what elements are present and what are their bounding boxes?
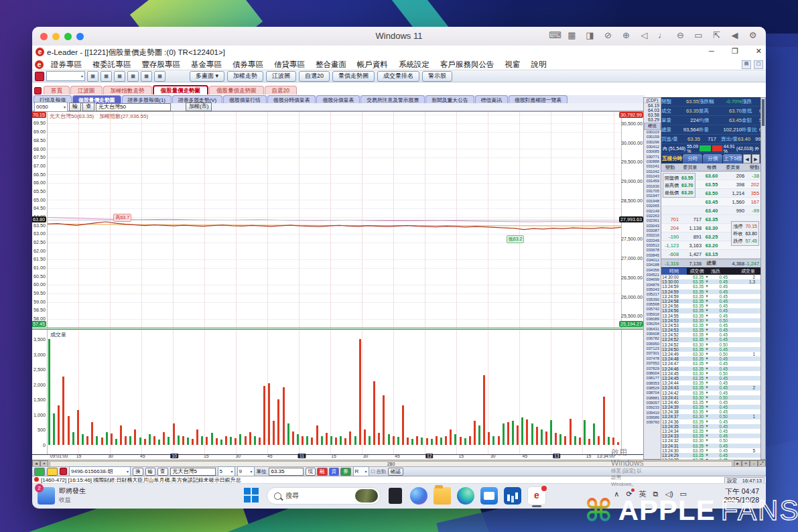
ts-row[interactable]: 13:24:5563.35▼0.45 [661,314,760,318]
quote-tab-1[interactable]: 分時 [683,154,702,163]
ts-row[interactable]: 13:24:3863.35▼0.45 [661,409,760,414]
menu-0[interactable]: 證券專區 [46,60,86,70]
ts-row[interactable]: 13:24:4163.30▼0.50 [661,395,760,400]
settings-icon[interactable]: ⚙ [748,30,758,40]
tab-list-icon[interactable] [34,87,42,94]
menu-9[interactable]: 客戶服務與公告 [436,60,499,70]
menu-10[interactable]: 視窗 [501,60,525,70]
wheel-button[interactable]: 輪 [69,103,81,111]
ts-row[interactable]: 13:24:5063.35▼0.45 [661,347,760,352]
ts-row[interactable]: 13:24:5963.35▼0.45 [661,284,760,289]
menu-6[interactable]: 整合畫面 [311,60,351,70]
tab2-2[interactable]: 證券多股報價(1) [122,95,172,103]
stock-name-field[interactable]: 元大台灣50 [96,103,171,111]
toolbar-button-6[interactable]: 警示股 [422,71,452,82]
tab1-2[interactable]: 加權指數走勢 [103,86,152,94]
microphone-icon[interactable]: ♩ [657,30,667,40]
layout-icon[interactable]: ▤ [742,60,751,69]
panel-scrollbar[interactable] [760,97,766,460]
ts-row[interactable]: 13:24:5663.35▼0.45 [661,308,760,313]
record-icon[interactable] [35,72,44,81]
order-price-field[interactable]: 63.35 [269,468,304,476]
ts-row[interactable]: 13:24:5663.35▼0.45 [661,304,760,308]
keyboard-icon[interactable]: ⌨ [549,30,559,40]
tab2-4[interactable]: 個股價量行情 [223,95,267,103]
ts-row[interactable]: 13:24:5363.30▼0.50 [661,318,760,323]
disk-icon[interactable]: ⊖ [675,30,685,40]
ts-row[interactable]: 14:30:0063.35▼0.452 [661,275,760,279]
back-icon[interactable]: ◀ [730,30,740,40]
tab2-5[interactable]: 個股分時價量表 [267,95,316,103]
menu-3[interactable]: 基金專區 [186,60,226,70]
eleader-taskbar-icon[interactable]: e [527,486,546,505]
ts-row[interactable]: 13:24:5263.30▼0.50 [661,342,760,347]
query-button-2[interactable]: 查 [157,468,168,476]
auto-checkbox[interactable]: ☐ 自動 [371,468,386,475]
tab2-6[interactable]: 個股分價量表 [316,95,360,103]
ts-row[interactable]: 13:30:0063.35▼0.451,3 [661,279,760,284]
ts-row[interactable]: 13:24:4063.35▼0.45 [661,400,760,405]
ts-row[interactable]: 13:24:4663.35▼0.45 [661,367,760,371]
ts-row[interactable]: 13:24:4563.30▼0.50 [661,371,760,376]
tool-button-2[interactable]: ▦ [101,71,112,82]
tab2-8[interactable]: 新聞及重大公告 [425,95,474,103]
tab2-10[interactable]: 個股對應權證一覽表 [509,95,568,103]
ts-row[interactable]: 13:24:3763.30▼0.501 [661,414,760,419]
tab2-7[interactable]: 交易所注意及警示股票 [360,95,425,103]
photos-app-icon[interactable] [387,487,404,505]
tool-button-3[interactable]: ▦ [114,71,125,82]
menu-2[interactable]: 豐存股專區 [137,60,186,70]
tool-button-1[interactable]: ▦ [87,71,98,82]
menu-11[interactable]: 說明 [527,60,551,70]
ts-row[interactable]: 13:24:3663.35▼0.45 [661,419,760,424]
tab2-9[interactable]: 標借資訊 [475,95,508,103]
window-icon[interactable]: ▢ [754,60,763,69]
usb-icon[interactable]: ◨ [585,30,595,40]
ask-row[interactable]: 63.40990-99 [661,206,760,215]
edge-browser-icon[interactable] [457,487,474,505]
cdf-tick-list[interactable]: 0301030301590302960304120306850307710308… [644,130,661,425]
ts-row[interactable]: 13:24:3463.35▼0.45 [661,429,760,434]
order-combo[interactable]: R▾ [353,466,369,476]
volume-plot[interactable]: 成交量 [47,330,622,454]
ts-row[interactable]: 13:24:3363.35▼0.45 [661,434,760,438]
ts-row[interactable]: 13:24:4363.35▼0.452 [661,385,760,390]
ts-row[interactable]: 13:24:5863.35▼0.45 [661,299,760,304]
toolbar-button-3[interactable]: 自選20 [299,71,330,82]
ts-row[interactable]: 13:24:3563.35▼0.45 [661,424,760,429]
stocks-app-icon[interactable] [504,487,521,505]
menu-5[interactable]: 借貸專區 [269,60,310,70]
stock-code-combo[interactable]: 0050▾ [34,102,68,112]
outlook-app-icon[interactable] [480,487,498,505]
minimize-button[interactable]: ─ [709,47,714,56]
search-box[interactable]: 搜尋 [267,487,381,505]
copilot-app-icon[interactable] [410,487,427,505]
menu-8[interactable]: 系統設定 [394,60,434,70]
ts-row[interactable]: 13:24:5963.35▼0.45 [661,289,760,294]
order-chip-券[interactable]: 券 [340,468,351,476]
ts-row[interactable]: 13:24:4463.35▼0.45 [661,381,760,385]
toolbar-button-0[interactable]: 多畫面 ▾ [190,71,224,82]
toolbar-button-5[interactable]: 成交量排名 [377,71,419,82]
ts-row[interactable]: 13:24:5363.35▼0.45 [661,328,760,332]
order-chip-現[interactable]: 現 [306,468,316,476]
start-button[interactable] [243,487,261,505]
ts-row[interactable]: 13:24:4963.30▼0.501 [661,352,760,356]
quote-tab-2[interactable]: 分價 [703,154,722,163]
ask-row[interactable]: 63.451,560167 [661,198,760,206]
wheel-button-2[interactable]: 輪 [145,468,156,476]
ts-row[interactable]: 13:24:4563.35▼0.45 [661,376,760,381]
file-explorer-icon[interactable] [434,487,451,505]
query-button[interactable]: 查 [82,103,94,111]
ts-row[interactable]: 13:24:3063.35▼0.455 [661,448,760,453]
ts-row[interactable]: 13:24:3963.35▼0.45 [661,405,760,409]
ts-row[interactable]: 13:24:3263.30▼0.50 [661,438,760,443]
close-button[interactable]: ✕ [756,47,762,56]
menu-1[interactable]: 複委託專區 [88,60,136,70]
toolbar-button-1[interactable]: 加權走勢 [227,71,263,82]
market-button[interactable]: 加權(市) [186,103,212,111]
ts-row[interactable]: 13:24:5963.35▼0.45 [661,294,760,299]
ts-row[interactable]: 13:24:5263.35▼0.45 [661,332,760,337]
order-chip-資[interactable]: 資 [329,468,340,476]
ts-row[interactable]: 13:24:4263.35▼0.45 [661,391,760,395]
